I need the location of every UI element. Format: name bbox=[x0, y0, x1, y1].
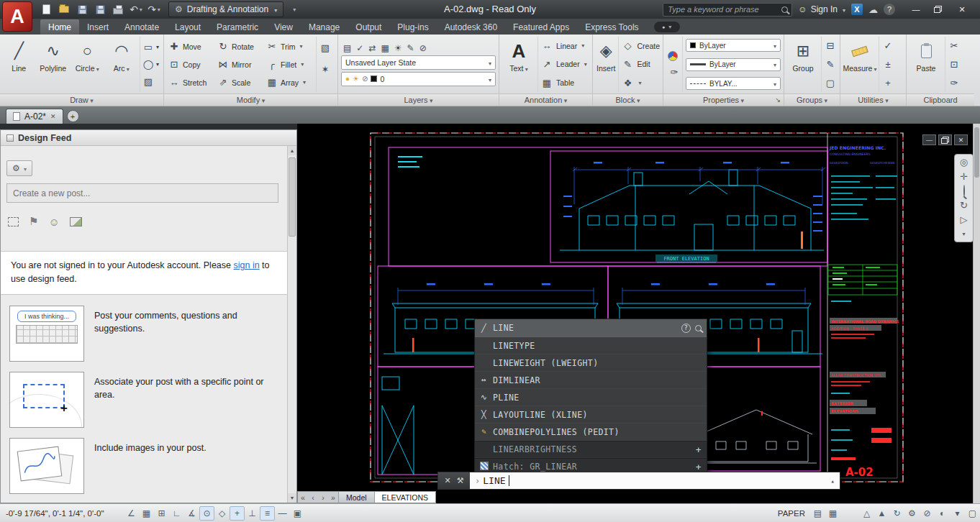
help-button[interactable]: ? bbox=[884, 4, 895, 15]
open-button[interactable] bbox=[57, 2, 71, 17]
paper-space-button[interactable]: PAPER bbox=[773, 509, 810, 518]
autocomplete-item-pline[interactable]: ∿ PLINE bbox=[475, 389, 707, 406]
lock-ui-button[interactable]: ⊘ bbox=[920, 506, 935, 521]
autocomplete-item-lineweight[interactable]: LINEWEIGHT (LWEIGHT) bbox=[475, 354, 707, 372]
quick-view-layouts-button[interactable]: ▤ bbox=[810, 506, 825, 521]
new-tab-button[interactable]: + bbox=[67, 110, 79, 122]
panel-label-properties[interactable]: Properties↘ bbox=[663, 93, 784, 106]
zoom-button[interactable] bbox=[963, 186, 965, 196]
scroll-up-icon[interactable]: ▲ bbox=[288, 146, 296, 155]
dialog-launcher-icon[interactable]: ↘ bbox=[775, 94, 781, 106]
file-tab-close-icon[interactable]: ✕ bbox=[50, 113, 56, 120]
lineweight-toggle[interactable]: ― bbox=[275, 506, 290, 521]
trim-button[interactable]: ✂Trim bbox=[265, 37, 314, 55]
quick-calc-button[interactable]: ± bbox=[881, 59, 903, 70]
minimize-button[interactable]: — bbox=[905, 2, 927, 17]
panel-label-annotation[interactable]: Annotation bbox=[499, 93, 592, 106]
autocomplete-item-layoutline[interactable]: ╳ LAYOUTLINE (XLINE) bbox=[475, 406, 707, 423]
status-menu-button[interactable]: ▾ bbox=[950, 506, 965, 521]
redo-button[interactable]: ↷ bbox=[147, 2, 161, 17]
expand-icon[interactable]: + bbox=[696, 444, 702, 455]
ungroup-button[interactable]: ⊟ bbox=[824, 40, 837, 51]
save-button[interactable] bbox=[75, 2, 89, 17]
exchange-apps-icon[interactable]: X bbox=[851, 4, 863, 15]
sign-in-link[interactable]: sign in bbox=[233, 260, 259, 270]
erase-button[interactable]: ▧ bbox=[319, 42, 332, 53]
table-button[interactable]: ▦Table bbox=[540, 78, 589, 88]
ellipse-tool-button[interactable]: ◯ bbox=[140, 56, 160, 72]
new-post-input[interactable] bbox=[6, 183, 278, 203]
layer-match-button[interactable]: ✓ bbox=[356, 43, 363, 53]
dynamic-ucs-toggle[interactable]: ⊥ bbox=[245, 506, 260, 521]
coordinates-display[interactable]: -0'-9 17/64", 0'-1 1/4", 0'-0" bbox=[0, 509, 124, 518]
drawing-minimize-button[interactable]: — bbox=[922, 134, 936, 145]
ortho-toggle[interactable]: ∟ bbox=[169, 506, 184, 521]
stretch-button[interactable]: ↔Stretch bbox=[167, 73, 216, 91]
feed-scrollbar[interactable]: ▲ ▼ bbox=[287, 146, 296, 503]
ribbon-display-toggle[interactable]: ● bbox=[654, 22, 680, 32]
workspace-switch-button[interactable]: ⚙ bbox=[904, 506, 920, 521]
dynamic-input-toggle[interactable]: ≡ bbox=[260, 506, 275, 521]
plot-button[interactable] bbox=[111, 2, 125, 17]
measure-button[interactable]: Measure bbox=[843, 37, 876, 92]
group-edit-button[interactable]: ✎ bbox=[824, 59, 837, 70]
object-snap-toggle[interactable]: ⊙ bbox=[199, 506, 214, 521]
quick-select-button[interactable]: ✓ bbox=[881, 40, 903, 51]
search-input[interactable] bbox=[663, 5, 777, 14]
text-button[interactable]: A Text bbox=[502, 37, 535, 92]
restore-button[interactable] bbox=[927, 2, 948, 17]
drawing-scrollbar[interactable] bbox=[973, 124, 980, 503]
object-snap-tracking-toggle[interactable]: + bbox=[230, 506, 245, 521]
autocomplete-item-linearbrightness[interactable]: LINEARBRIGHTNESS + bbox=[475, 441, 707, 458]
layout-nav-last[interactable]: » bbox=[328, 492, 338, 503]
layer-edit-button[interactable]: ✎ bbox=[407, 43, 414, 53]
search-in-help-icon[interactable] bbox=[695, 325, 702, 331]
autodesk360-cloud-icon[interactable]: ☁ bbox=[868, 4, 878, 15]
tag-person-icon[interactable]: ☺ bbox=[48, 216, 59, 228]
match-prop-button[interactable]: ✑ bbox=[948, 78, 971, 88]
panel-label-draw[interactable]: Draw bbox=[0, 93, 163, 106]
panel-label-utilities[interactable]: Utilities bbox=[840, 93, 906, 106]
circle-button[interactable]: ○ Circle bbox=[71, 37, 104, 92]
new-button[interactable] bbox=[39, 2, 53, 17]
layer-properties-button[interactable]: ▤ bbox=[343, 43, 351, 53]
3d-object-snap-toggle[interactable]: ◇ bbox=[214, 506, 230, 521]
group-selection-toggle[interactable]: ▢ bbox=[824, 78, 837, 88]
tab-parametric[interactable]: Parametric bbox=[209, 19, 266, 35]
file-tab-a02[interactable]: A-02* ✕ bbox=[6, 109, 63, 124]
arc-button[interactable]: ◠ Arc bbox=[106, 37, 138, 92]
explode-button[interactable]: ✶ bbox=[319, 64, 332, 75]
autocomplete-item-dimlinear[interactable]: ↔ DIMLINEAR bbox=[475, 372, 707, 389]
panel-label-clipboard[interactable]: Clipboard bbox=[907, 93, 974, 106]
autocomplete-item-combinepolylines[interactable]: ✎ COMBINEPOLYLINES (PEDIT) bbox=[475, 423, 707, 441]
leader-button[interactable]: ↗Leader bbox=[540, 59, 589, 70]
array-button[interactable]: ▦Array bbox=[265, 73, 314, 91]
undo-button[interactable]: ↶ bbox=[129, 2, 143, 17]
workspace-dropdown[interactable]: ⚙ Drafting & Annotation bbox=[168, 1, 283, 17]
quick-view-drawings-button[interactable]: ▦ bbox=[825, 506, 840, 521]
copy-clip-button[interactable]: ⊡ bbox=[948, 59, 971, 70]
infer-constraints-toggle[interactable]: ∠ bbox=[124, 506, 139, 521]
save-as-button[interactable] bbox=[93, 2, 107, 17]
navbar-menu-button[interactable]: ▾ bbox=[962, 229, 965, 239]
command-close-icon[interactable]: ✕ bbox=[444, 476, 450, 485]
scrollbar-thumb[interactable] bbox=[974, 127, 979, 178]
panel-label-modify[interactable]: Modify bbox=[164, 93, 337, 106]
grid-toggle[interactable]: ⊞ bbox=[154, 506, 169, 521]
tab-view[interactable]: View bbox=[266, 19, 301, 35]
polar-tracking-toggle[interactable]: ∡ bbox=[184, 506, 199, 521]
panel-label-layers[interactable]: Layers bbox=[338, 93, 499, 106]
layer-state-dropdown[interactable]: Unsaved Layer State bbox=[341, 55, 496, 70]
tab-elevations[interactable]: ELEVATIONS bbox=[374, 492, 435, 503]
sign-in-button[interactable]: ☺ Sign In bbox=[798, 4, 845, 14]
layer-dropdown[interactable]: ● ☀ ⊘ 0 bbox=[341, 72, 496, 86]
tab-output[interactable]: Output bbox=[348, 19, 389, 35]
line-button[interactable]: ╱ Line bbox=[3, 37, 35, 92]
drawing-restore-button[interactable] bbox=[938, 134, 952, 145]
tab-layout[interactable]: Layout bbox=[167, 19, 209, 35]
panel-label-block[interactable]: Block bbox=[593, 93, 663, 106]
command-input[interactable]: › LINE ▴ bbox=[470, 472, 840, 489]
transparency-toggle[interactable]: ▣ bbox=[290, 506, 305, 521]
layer-lock-button[interactable]: ⊘ bbox=[419, 43, 427, 53]
panel-label-groups[interactable]: Groups bbox=[784, 93, 840, 106]
